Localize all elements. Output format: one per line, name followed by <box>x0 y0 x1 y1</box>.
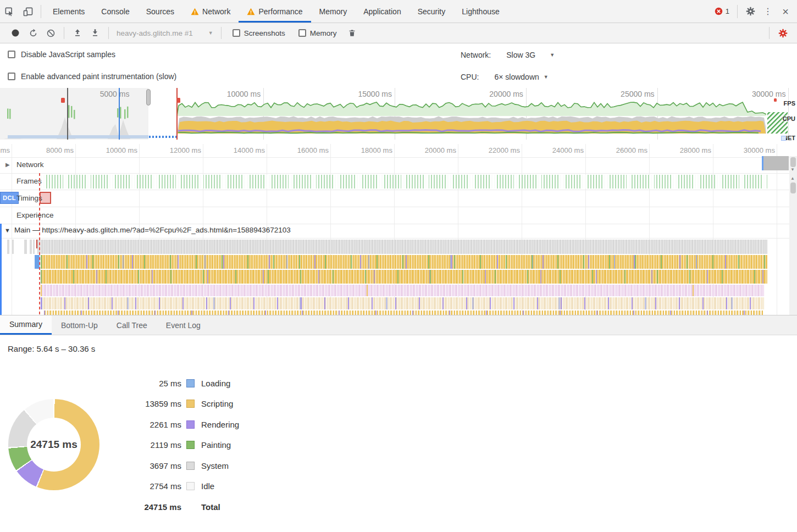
legend-row: 13859 msScripting <box>0 398 308 410</box>
bottom-tabbar: Summary Bottom-Up Call Tree Event Log <box>0 315 797 335</box>
legend-value: 2119 ms <box>99 440 181 450</box>
task-bar[interactable] <box>24 240 27 254</box>
scroll-down-icon[interactable]: ▼ <box>790 167 795 172</box>
clear-icon[interactable] <box>42 25 59 41</box>
legend-row: 3697 msSystem <box>0 459 308 472</box>
vertical-scrollbar[interactable]: ▼ ▲ <box>789 156 797 318</box>
overview-tick-label: 15000 ms <box>326 90 392 98</box>
network-request-bar[interactable] <box>762 156 789 170</box>
inspect-element-icon[interactable] <box>0 4 19 19</box>
dcl-timing-badge[interactable]: DCL <box>0 192 19 204</box>
screenshots-checkbox[interactable] <box>233 29 240 37</box>
flame-row-4[interactable] <box>41 285 764 296</box>
load-event-dashed-line <box>39 173 40 317</box>
tab-summary[interactable]: Summary <box>0 315 52 335</box>
timeline-overview[interactable]: 5000 ms10000 ms15000 ms20000 ms25000 ms3… <box>0 88 797 145</box>
tab-memory[interactable]: Memory <box>311 0 356 23</box>
overview-dcl-line <box>119 88 120 140</box>
scrollbar-thumb[interactable] <box>790 182 796 193</box>
timeline-detail-pane[interactable]: 6000 ms8000 ms10000 ms12000 ms14000 ms16… <box>0 144 797 318</box>
tab-event-log[interactable]: Event Log <box>157 315 210 335</box>
tab-elements[interactable]: Elements <box>45 0 93 23</box>
overview-long-task-badge <box>61 98 65 103</box>
disable-js-samples-group[interactable]: Disable JavaScript samples <box>8 50 115 59</box>
cpu-throttle-label: CPU: <box>461 73 479 81</box>
task-bar[interactable] <box>30 240 32 254</box>
flame-row-2[interactable] <box>41 255 767 269</box>
net-lane-label: NET <box>762 135 795 141</box>
detail-tick-label: 20000 ms <box>390 146 456 154</box>
tab-bottom-up[interactable]: Bottom-Up <box>52 315 107 335</box>
detail-tick-label: 16000 ms <box>263 146 329 154</box>
frames-track-label[interactable]: Frames <box>16 177 42 185</box>
chevron-down-icon: ▼ <box>544 74 549 80</box>
legend-value: 2754 ms <box>99 481 181 491</box>
legend-label: Total <box>201 502 220 512</box>
chevron-down-icon: ▼ <box>550 52 555 58</box>
flame-row-tasks[interactable] <box>37 240 767 254</box>
tab-application[interactable]: Application <box>355 0 409 23</box>
settings-gear-icon[interactable] <box>742 3 759 20</box>
legend-swatch-rendering <box>186 420 195 429</box>
task-bar[interactable] <box>12 240 14 254</box>
legend-value: 25 ms <box>99 379 181 388</box>
memory-checkbox[interactable] <box>298 29 306 37</box>
warning-icon <box>191 8 199 15</box>
tab-security[interactable]: Security <box>409 0 454 23</box>
detail-tick-label: 22000 ms <box>454 146 520 154</box>
disable-js-samples-checkbox[interactable] <box>8 51 15 58</box>
timings-track-label[interactable]: Timings <box>16 194 42 202</box>
overview-long-task-badge <box>176 98 180 103</box>
detail-tick-label: 24000 ms <box>518 146 584 154</box>
load-profile-icon[interactable] <box>69 25 86 41</box>
legend-label: Rendering <box>201 420 239 429</box>
main-track-collapse-icon[interactable]: ▼ <box>4 227 10 234</box>
more-options-kebab-icon[interactable]: ⋮ <box>760 3 776 20</box>
detail-tick-label: 18000 ms <box>326 146 392 154</box>
advanced-paint-checkbox[interactable] <box>8 73 15 80</box>
network-track-expander-icon[interactable]: ▶ <box>5 162 10 168</box>
flame-row-5[interactable] <box>41 297 764 309</box>
console-error-badge[interactable]: 1 <box>711 7 733 15</box>
tab-network[interactable]: Network <box>182 0 239 23</box>
save-profile-icon[interactable] <box>86 25 104 41</box>
legend-value: 13859 ms <box>99 399 181 408</box>
scroll-up-icon[interactable]: ▲ <box>790 176 795 181</box>
profile-history-select[interactable]: heavy-ads.glitch.me #1 ▼ <box>117 29 213 37</box>
main-track-selection-stripe <box>0 224 2 318</box>
garbage-collect-trash-icon[interactable] <box>344 25 361 41</box>
performance-toolbar: heavy-ads.glitch.me #1 ▼ Screenshots Mem… <box>0 23 797 43</box>
main-track-label[interactable]: Main — https://heavy-ads.glitch.me/?ad=%… <box>14 226 291 234</box>
divider <box>737 5 738 18</box>
task-bar[interactable] <box>7 240 9 254</box>
overview-tick-label: 20000 ms <box>457 90 523 98</box>
reload-and-record-icon[interactable] <box>24 25 42 41</box>
tab-call-tree[interactable]: Call Tree <box>107 315 157 335</box>
tab-console[interactable]: Console <box>93 0 137 23</box>
experience-track-label[interactable]: Experience <box>16 211 54 219</box>
tab-performance[interactable]: Performance <box>239 0 311 23</box>
tab-sources[interactable]: Sources <box>138 0 182 23</box>
tab-lighthouse[interactable]: Lighthouse <box>453 0 508 23</box>
advanced-paint-group[interactable]: Enable advanced paint instrumentation (s… <box>8 72 176 81</box>
overview-load-line <box>176 88 178 140</box>
overview-selection-left-handle[interactable] <box>146 89 151 106</box>
summary-panel: Range: 5.64 s – 30.36 s 24715 ms 25 msLo… <box>0 335 797 532</box>
flame-row-3[interactable] <box>41 270 767 284</box>
network-throttle-select[interactable]: Slow 3G ▼ <box>506 51 555 59</box>
cpu-throttle-select[interactable]: 6× slowdown ▼ <box>494 73 548 81</box>
record-icon[interactable] <box>7 25 24 41</box>
detail-tick-label: 14000 ms <box>199 146 265 154</box>
legend-swatch-scripting <box>186 400 195 408</box>
screenshots-checkbox-group[interactable]: Screenshots <box>233 29 285 37</box>
scrollbar-thumb[interactable] <box>790 157 796 167</box>
legend-value: 24715 ms <box>99 502 181 512</box>
capture-settings-gear-icon[interactable] <box>774 25 792 41</box>
device-toolbar-icon[interactable] <box>19 4 37 19</box>
frames-activity[interactable] <box>41 175 767 189</box>
memory-checkbox-group[interactable]: Memory <box>298 29 337 37</box>
close-devtools-icon[interactable]: × <box>777 3 794 20</box>
devtools-window: Elements Console Sources Network Perform… <box>0 0 797 532</box>
network-track-label[interactable]: Network <box>16 160 44 169</box>
task-bar[interactable] <box>33 240 35 254</box>
